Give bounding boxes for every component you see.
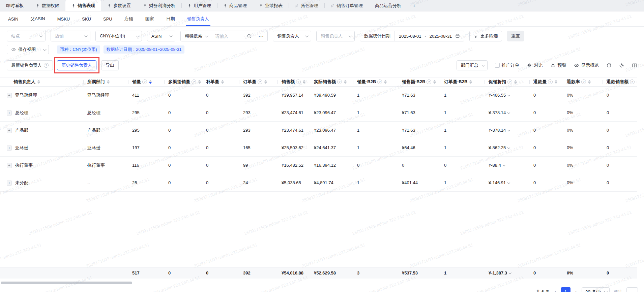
- sort-icon[interactable]: [433, 80, 436, 84]
- chevron-down-icon[interactable]: [507, 111, 510, 114]
- columns-layout-button[interactable]: [632, 63, 637, 68]
- sub-tab-日期[interactable]: 日期: [160, 11, 181, 26]
- chevron-down-icon[interactable]: [503, 164, 505, 166]
- sort-icon[interactable]: [514, 80, 517, 84]
- top-tab-10[interactable]: 商品运营分析: [369, 0, 407, 11]
- currency-select[interactable]: CNY(本位币): [95, 31, 142, 41]
- save-view-dropdown[interactable]: [40, 45, 49, 54]
- sort-icon[interactable]: [469, 80, 472, 84]
- history-owner-button[interactable]: 历史销售负责人: [57, 60, 96, 70]
- latest-owner-button[interactable]: 最新销售负责人 ?: [7, 60, 53, 70]
- sort-icon[interactable]: [384, 80, 387, 84]
- chevron-down-icon[interactable]: [507, 181, 510, 184]
- column-header-订单量[interactable]: 订单量?: [239, 77, 277, 87]
- top-tab-5[interactable]: 用户管理: [181, 0, 217, 11]
- pin-icon[interactable]: [107, 4, 111, 8]
- sub-tab-父ASIN[interactable]: 父ASIN: [24, 11, 51, 26]
- top-tab-1[interactable]: 数据权限: [30, 0, 65, 11]
- help-icon[interactable]: ?: [377, 79, 382, 84]
- top-tab-0[interactable]: 即时看板: [0, 0, 30, 11]
- help-icon[interactable]: ?: [258, 79, 262, 84]
- top-tab-7[interactable]: 业绩报表: [253, 0, 289, 11]
- top-tab-2[interactable]: 销售表现: [65, 0, 101, 11]
- column-header-所属部门[interactable]: 所属部门: [83, 77, 128, 87]
- sort-icon[interactable]: [344, 80, 347, 84]
- help-icon[interactable]: ?: [142, 79, 147, 84]
- settings-button[interactable]: [619, 63, 624, 68]
- column-header-退款销售额[interactable]: 退款销售额?: [603, 77, 637, 87]
- help-icon[interactable]: ?: [581, 79, 586, 84]
- help-icon[interactable]: ?: [548, 79, 553, 84]
- column-header-销量-B2B[interactable]: 销量-B2B?: [353, 77, 398, 87]
- alert-button[interactable]: 预警: [550, 62, 566, 68]
- next-page-icon[interactable]: ›: [575, 289, 578, 292]
- promo-order-checkbox[interactable]: [495, 63, 500, 68]
- sub-tab-SKU[interactable]: SKU: [76, 11, 97, 26]
- promo-order-toggle[interactable]: 推广订单: [495, 62, 519, 68]
- chevron-down-icon[interactable]: [507, 94, 510, 96]
- owner-select-1[interactable]: 销售负责人: [273, 31, 311, 41]
- column-header-补单量[interactable]: 补单量: [202, 77, 239, 87]
- search-icon[interactable]: [247, 34, 252, 38]
- sort-icon[interactable]: [588, 80, 591, 84]
- chevron-down-icon[interactable]: [507, 129, 510, 131]
- search-mode-select[interactable]: 精确搜索: [181, 31, 211, 41]
- help-icon[interactable]: ?: [427, 79, 431, 84]
- date-start[interactable]: 2025-08-01: [399, 34, 421, 39]
- chevron-down-icon[interactable]: [509, 271, 511, 274]
- sort-icon[interactable]: [107, 80, 110, 84]
- chevron-down-icon[interactable]: [507, 146, 510, 149]
- pin-icon[interactable]: [295, 4, 299, 8]
- help-icon[interactable]: ?: [507, 79, 512, 84]
- refresh-button[interactable]: [606, 63, 612, 68]
- search-type-select[interactable]: ASIN: [147, 31, 175, 41]
- pin-icon[interactable]: [259, 4, 263, 8]
- help-icon[interactable]: ?: [630, 79, 635, 84]
- expand-row-icon[interactable]: +: [7, 181, 12, 186]
- pin-icon[interactable]: [36, 4, 40, 8]
- sort-icon[interactable]: [555, 80, 557, 84]
- site-select[interactable]: 站点: [7, 31, 46, 41]
- sort-icon[interactable]: [264, 80, 267, 84]
- expand-row-icon[interactable]: +: [7, 163, 12, 168]
- sub-tab-店铺[interactable]: 店铺: [118, 11, 139, 26]
- sort-icon[interactable]: [149, 80, 152, 84]
- prev-page-icon[interactable]: ‹: [554, 289, 557, 292]
- sub-tab-MSKU[interactable]: MSKU: [51, 11, 76, 26]
- column-header-多渠道销量[interactable]: 多渠道销量?: [164, 77, 202, 87]
- pin-icon[interactable]: [71, 4, 76, 8]
- sort-icon[interactable]: [637, 80, 637, 84]
- page-size-select[interactable]: 20 条/页: [582, 287, 610, 292]
- expand-row-icon[interactable]: +: [7, 110, 12, 116]
- horizontal-scrollbar-thumb[interactable]: [1, 282, 132, 284]
- expand-row-icon[interactable]: +: [7, 128, 12, 133]
- top-tab-4[interactable]: 财务利润分析: [137, 0, 181, 11]
- top-tab-6[interactable]: 商品管理: [217, 0, 253, 11]
- column-header-实际销售额[interactable]: 实际销售额?: [310, 77, 353, 87]
- column-header-销量[interactable]: 销量?: [128, 77, 164, 87]
- top-tab-8[interactable]: 角色管理: [289, 0, 324, 11]
- sort-icon[interactable]: [37, 80, 40, 84]
- pin-icon[interactable]: [223, 4, 227, 8]
- column-header-销售额[interactable]: 销售额?: [277, 77, 310, 87]
- expand-row-icon[interactable]: +: [7, 93, 12, 98]
- more-filters-button[interactable]: 更多筛选: [469, 31, 502, 41]
- add-tab-button[interactable]: +: [407, 0, 421, 11]
- help-icon[interactable]: ?: [337, 79, 342, 84]
- page-number-button[interactable]: 1: [561, 287, 570, 292]
- owner-select-2[interactable]: 销售负责人: [316, 31, 355, 41]
- help-icon[interactable]: ?: [296, 79, 301, 84]
- date-range-picker[interactable]: 数据统计日期 2025-08-01 - 2025-08-31: [360, 31, 464, 41]
- help-icon[interactable]: ?: [192, 79, 196, 84]
- more-search-options-icon[interactable]: ···: [255, 31, 267, 41]
- compare-button[interactable]: 对比: [527, 62, 543, 68]
- reset-button[interactable]: 重置: [507, 31, 524, 41]
- expand-row-icon[interactable]: +: [7, 145, 12, 151]
- date-end[interactable]: 2025-08-31: [430, 34, 452, 39]
- pin-icon[interactable]: [143, 4, 147, 8]
- sub-tab-国家[interactable]: 国家: [139, 11, 160, 26]
- search-input[interactable]: [215, 34, 245, 39]
- top-tab-9[interactable]: 销售订单管理: [324, 0, 369, 11]
- sort-icon[interactable]: [303, 80, 305, 84]
- column-header-退款量[interactable]: 退款量?: [529, 77, 563, 87]
